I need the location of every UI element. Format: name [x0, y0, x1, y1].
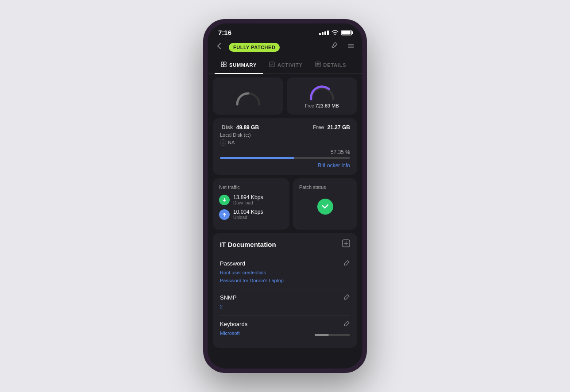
tab-summary-label: SUMMARY — [229, 62, 257, 68]
header: FULLY PATCHED — [208, 39, 362, 57]
patch-check-icon — [317, 199, 333, 215]
disk-label-text: Disk — [222, 124, 233, 131]
download-icon — [219, 195, 230, 205]
disk-na-value: NA — [228, 140, 235, 145]
doc-item-keyboards-name: Keyboards — [220, 321, 247, 327]
upload-info: 10.004 Kbps Upload — [233, 209, 263, 220]
status-time: 7:16 — [218, 29, 231, 36]
keyboards-row: Microsoft — [220, 330, 350, 338]
tab-details-label: DETAILS — [324, 62, 347, 68]
download-label: Download — [233, 200, 263, 205]
scroll-indicator-fill — [315, 334, 329, 336]
patch-status-card: Patch status — [293, 178, 357, 230]
doc-item-snmp: SNMP 2 — [220, 289, 350, 315]
it-documentation-card: IT Documentation Password — [213, 233, 357, 348]
disk-row-top: Disk 49.89 GB Free 21.27 GB — [220, 124, 350, 131]
tab-summary[interactable]: SUMMARY — [215, 57, 263, 74]
doc-item-password-name: Password — [220, 260, 245, 267]
summary-tab-icon — [221, 61, 227, 69]
net-traffic-title: Net traffic — [219, 184, 283, 190]
doc-item-keyboards-header: Keyboards — [220, 320, 350, 328]
ram-free-value: 723.69 MB — [316, 103, 339, 108]
doc-item-snmp-value[interactable]: 2 — [220, 303, 350, 311]
cpu-gauge-card — [213, 77, 283, 115]
ram-free-text: Free — [305, 104, 315, 108]
disk-progress-fill — [220, 157, 294, 159]
svg-rect-4 — [221, 62, 223, 64]
svg-line-0 — [334, 44, 337, 47]
bitlocker-link[interactable]: BitLocker info — [220, 162, 350, 169]
wifi-icon — [331, 29, 339, 36]
back-button[interactable] — [215, 42, 223, 53]
download-info: 13.894 Kbps Download — [233, 194, 263, 205]
tab-activity[interactable]: ACTIVITY — [263, 57, 309, 74]
scroll-indicator — [315, 334, 350, 336]
patch-checkmark — [321, 201, 330, 212]
status-bar: 7:16 — [208, 23, 362, 39]
ram-gauge-svg — [309, 84, 335, 101]
disk-local-label: Local Disk (c:) — [220, 132, 350, 138]
bottom-cards-row: Net traffic 13.894 Kbps Download — [208, 178, 362, 233]
menu-icon[interactable] — [347, 42, 355, 53]
download-item: 13.894 Kbps Download — [219, 194, 283, 205]
gauges-row: Free 723.69 MB — [208, 74, 362, 118]
svg-rect-5 — [224, 62, 226, 64]
upload-icon — [219, 209, 230, 220]
cpu-gauge-svg — [235, 89, 262, 107]
it-doc-add-button[interactable] — [342, 239, 350, 250]
info-circle-icon: i — [220, 139, 226, 146]
it-doc-header: IT Documentation — [220, 239, 350, 250]
patched-badge: FULLY PATCHED — [229, 43, 280, 52]
tabs-bar: SUMMARY ACTIVITY — [208, 57, 362, 74]
battery-icon — [341, 30, 352, 35]
disk-percent-row: 57.35 % — [220, 149, 350, 155]
net-traffic-card: Net traffic 13.894 Kbps Download — [213, 178, 289, 230]
disk-free-label: Free 21.27 GB — [311, 124, 350, 131]
header-actions — [331, 42, 355, 53]
svg-rect-7 — [224, 65, 226, 67]
doc-item-password-icon[interactable] — [344, 260, 350, 267]
doc-item-snmp-header: SNMP — [220, 294, 350, 301]
doc-item-keyboards: Keyboards Microsoft — [220, 315, 350, 342]
doc-item-keyboards-icon[interactable] — [344, 320, 350, 328]
svg-rect-6 — [221, 65, 223, 67]
upload-label: Upload — [233, 215, 263, 220]
disk-percent-value: 57.35 % — [331, 149, 350, 155]
signal-icon — [319, 31, 329, 35]
doc-item-snmp-icon[interactable] — [344, 294, 350, 301]
upload-speed: 10.004 Kbps — [233, 209, 263, 215]
phone-screen: 7:16 — [208, 23, 362, 369]
disk-progress-bar — [220, 157, 350, 159]
doc-item-password-header: Password — [220, 260, 350, 267]
activity-tab-icon — [269, 61, 275, 69]
it-doc-title: IT Documentation — [220, 241, 276, 248]
disk-total: 49.89 GB — [236, 124, 259, 131]
status-icons — [319, 29, 352, 36]
content-area: Free 723.69 MB Disk 49.89 GB Free 21.27 … — [208, 74, 362, 369]
patch-status-title: Patch status — [299, 184, 326, 190]
disk-na-row: i NA — [220, 139, 350, 146]
doc-item-snmp-name: SNMP — [220, 294, 237, 301]
doc-item-password-link1[interactable]: Root user credentials — [220, 269, 350, 277]
disk-free-value: 21.27 GB — [327, 124, 350, 131]
ram-gauge-card: Free 723.69 MB — [287, 77, 357, 115]
upload-item: 10.004 Kbps Upload — [219, 209, 283, 220]
doc-item-password-link2[interactable]: Password for Donna's Laptop — [220, 277, 350, 285]
phone-frame: 7:16 — [203, 19, 367, 373]
disk-card: Disk 49.89 GB Free 21.27 GB Local Disk (… — [213, 118, 357, 175]
tools-icon[interactable] — [331, 42, 339, 53]
tab-details[interactable]: DETAILS — [309, 57, 353, 74]
disk-free-text: Free — [313, 124, 326, 131]
tab-activity-label: ACTIVITY — [277, 62, 303, 68]
disk-label: Disk 49.89 GB — [220, 124, 259, 131]
download-speed: 13.894 Kbps — [233, 194, 263, 200]
doc-item-keyboards-value[interactable]: Microsoft — [220, 330, 240, 338]
details-tab-icon — [315, 61, 321, 69]
ram-free-label: Free 723.69 MB — [305, 103, 339, 108]
doc-item-password: Password Root user credentials Password … — [220, 255, 350, 289]
